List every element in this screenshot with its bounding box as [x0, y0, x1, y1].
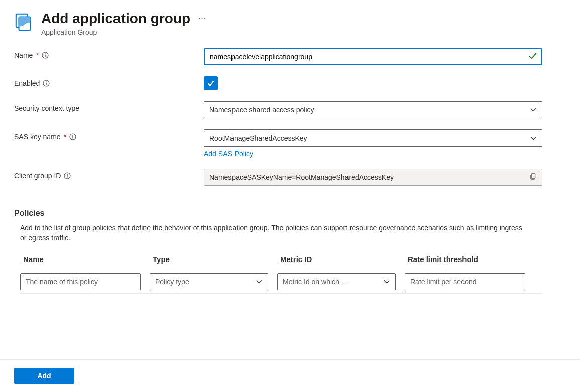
name-label: Name: [14, 51, 33, 59]
client-group-id-label: Client group ID: [14, 172, 61, 180]
page-title: Add application group: [41, 10, 190, 27]
enabled-checkbox[interactable]: [204, 76, 218, 90]
svg-rect-4: [45, 54, 45, 57]
info-icon[interactable]: [64, 172, 71, 179]
svg-point-9: [72, 135, 73, 136]
info-icon[interactable]: [69, 133, 76, 140]
info-icon[interactable]: [42, 52, 49, 59]
chevron-down-icon: [256, 278, 263, 285]
policy-col-type: Type: [153, 255, 271, 264]
policy-col-metric: Metric ID: [280, 255, 399, 264]
sas-key-name-label: SAS key name: [14, 133, 61, 141]
more-actions-button[interactable]: ···: [198, 13, 206, 24]
application-group-icon: [14, 12, 33, 31]
required-indicator: *: [36, 51, 38, 59]
copy-icon[interactable]: [529, 173, 537, 182]
enabled-label: Enabled: [14, 79, 40, 87]
policy-type-select[interactable]: Policy type: [150, 273, 268, 290]
add-sas-policy-link[interactable]: Add SAS Policy: [204, 150, 253, 158]
policy-col-name: Name: [23, 255, 144, 264]
client-group-id-field: NamespaceSASKeyName=RootManageSharedAcce…: [204, 169, 542, 186]
footer: Add: [0, 359, 580, 392]
policies-heading: Policies: [14, 209, 566, 218]
page-subtitle: Application Group: [41, 28, 566, 36]
svg-point-6: [46, 81, 47, 82]
add-button[interactable]: Add: [14, 368, 74, 384]
policy-table-header: Name Type Metric ID Rate limit threshold: [20, 253, 542, 270]
svg-rect-13: [67, 175, 68, 177]
svg-rect-7: [46, 82, 47, 85]
chevron-down-icon: [383, 278, 390, 285]
chevron-down-icon: [530, 135, 537, 142]
policy-name-input[interactable]: [20, 273, 141, 290]
name-input[interactable]: [204, 48, 542, 65]
svg-rect-14: [531, 173, 535, 178]
page-header: Add application group ··· Application Gr…: [0, 0, 580, 40]
valid-check-icon: [528, 51, 537, 62]
policy-rate-input[interactable]: [405, 273, 525, 290]
policies-description: Add to the list of group policies that d…: [14, 223, 526, 243]
svg-point-3: [45, 53, 46, 54]
security-context-type-select[interactable]: Namespace shared access policy: [204, 101, 542, 118]
policy-col-rate: Rate limit threshold: [408, 255, 528, 264]
info-icon[interactable]: [43, 80, 50, 87]
policy-row: Policy type Metric Id on which ...: [20, 270, 542, 294]
security-context-type-label: Security context type: [14, 104, 79, 112]
required-indicator: *: [64, 133, 66, 141]
sas-key-name-select[interactable]: RootManageSharedAccessKey: [204, 129, 542, 147]
chevron-down-icon: [530, 106, 537, 113]
svg-rect-10: [72, 136, 73, 138]
svg-point-12: [67, 174, 68, 175]
policy-metric-select[interactable]: Metric Id on which ...: [277, 273, 396, 290]
